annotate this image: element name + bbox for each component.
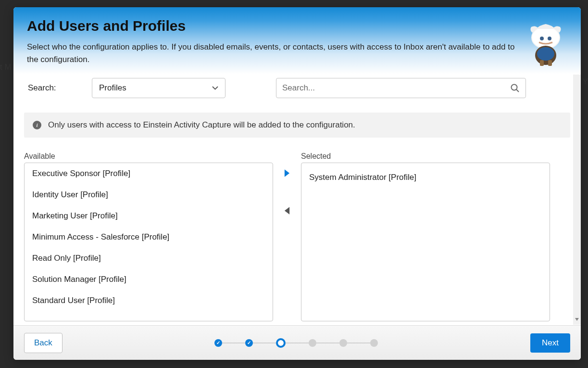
modal-dialog: Add Users and Profiles Select who the co… xyxy=(13,7,581,360)
page-title: Add Users and Profiles xyxy=(27,18,567,34)
search-input[interactable] xyxy=(282,83,510,93)
svg-rect-7 xyxy=(548,60,552,66)
step-connector xyxy=(316,343,339,343)
step-connector xyxy=(347,343,370,343)
list-item[interactable]: Identity User [Profile] xyxy=(25,184,273,205)
list-item[interactable]: Marketing User [Profile] xyxy=(25,205,273,227)
einstein-mascot-icon xyxy=(525,24,566,70)
svg-point-1 xyxy=(532,27,559,48)
next-button[interactable]: Next xyxy=(530,333,570,353)
step-4-todo xyxy=(309,339,316,347)
list-item[interactable]: Minimum Access - Salesforce [Profile] xyxy=(25,227,273,248)
available-column: Available Executive Sponsor [Profile] Id… xyxy=(24,152,273,325)
selected-column: Selected System Administrator [Profile] xyxy=(301,152,550,325)
svg-point-8 xyxy=(512,85,517,90)
dual-listbox: Available Executive Sponsor [Profile] Id… xyxy=(13,138,581,325)
search-input-container xyxy=(276,78,526,98)
svg-point-3 xyxy=(548,37,551,40)
svg-point-5 xyxy=(537,47,554,61)
step-connector xyxy=(253,343,276,343)
search-label: Search: xyxy=(27,83,92,93)
selected-label: Selected xyxy=(301,152,550,161)
step-connector xyxy=(286,343,309,343)
list-item[interactable]: Executive Sponsor [Profile] xyxy=(25,163,273,184)
step-1-done xyxy=(214,339,222,347)
step-connector xyxy=(222,343,245,343)
chevron-down-icon xyxy=(212,86,218,90)
background-text-right: Y xyxy=(583,77,588,87)
modal-footer: Back Next xyxy=(13,325,581,360)
modal-header: Add Users and Profiles Select who the co… xyxy=(13,7,581,74)
dropdown-value: Profiles xyxy=(99,83,126,93)
info-banner-text: Only users with access to Einstein Activ… xyxy=(48,120,355,130)
available-listbox[interactable]: Executive Sponsor [Profile] Identity Use… xyxy=(24,163,273,321)
svg-point-2 xyxy=(540,37,544,40)
page-subtitle: Select who the configuration applies to.… xyxy=(27,41,517,65)
modal-scrollbar[interactable] xyxy=(573,75,581,325)
scrollbar-down-button[interactable] xyxy=(573,315,581,324)
info-banner: i Only users with access to Einstein Act… xyxy=(24,113,570,138)
transfer-controls xyxy=(273,152,301,325)
svg-line-9 xyxy=(516,89,519,92)
list-item[interactable]: Read Only [Profile] xyxy=(25,248,273,269)
back-button[interactable]: Back xyxy=(24,333,63,353)
step-3-current xyxy=(276,338,286,348)
step-5-todo xyxy=(339,339,347,347)
background-text-left: t M xyxy=(0,63,12,72)
move-left-button[interactable] xyxy=(283,206,291,215)
svg-rect-6 xyxy=(540,60,544,66)
list-item[interactable]: System Administrator [Profile] xyxy=(301,163,550,188)
move-right-button[interactable] xyxy=(283,169,291,178)
search-icon xyxy=(510,83,520,93)
info-icon: i xyxy=(33,121,41,129)
available-label: Available xyxy=(24,152,273,161)
progress-indicator xyxy=(214,338,378,348)
list-item[interactable]: Standard User [Profile] xyxy=(25,290,273,311)
step-6-todo xyxy=(370,339,378,347)
search-row: Search: Profiles xyxy=(13,74,581,106)
selected-listbox[interactable]: System Administrator [Profile] xyxy=(301,163,550,321)
step-2-done xyxy=(245,339,253,347)
search-type-dropdown[interactable]: Profiles xyxy=(92,78,225,98)
list-item[interactable]: Solution Manager [Profile] xyxy=(25,269,273,290)
